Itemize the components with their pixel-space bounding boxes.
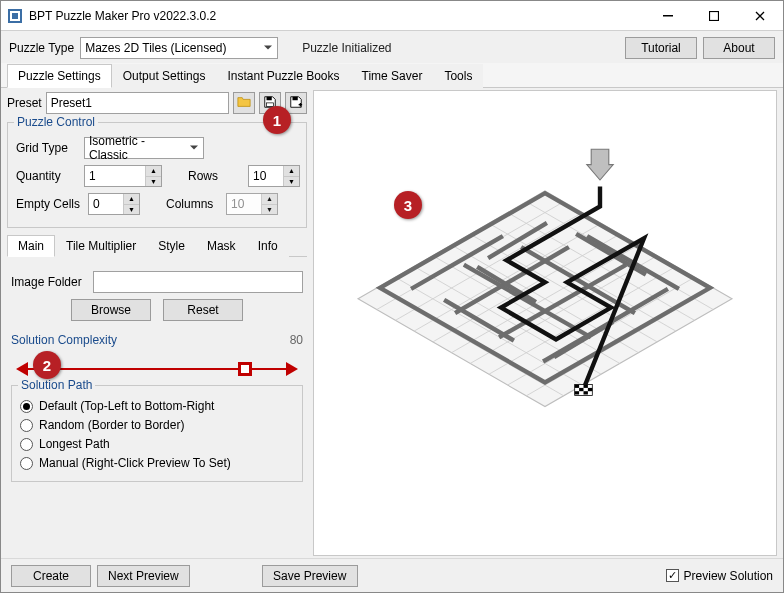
slider-right-arrow-icon	[286, 362, 305, 376]
svg-rect-5	[267, 96, 272, 100]
rows-up[interactable]: ▲	[284, 166, 299, 176]
empty-cells-up[interactable]: ▲	[124, 194, 139, 204]
empty-cells-value: 0	[89, 194, 123, 214]
radio-icon	[20, 457, 33, 470]
svg-marker-27	[587, 149, 613, 180]
window-title: BPT Puzzle Maker Pro v2022.3.0.2	[29, 9, 645, 23]
grid-type-label: Grid Type	[16, 141, 76, 155]
columns-label: Columns	[166, 197, 218, 211]
quantity-up[interactable]: ▲	[146, 166, 161, 176]
svg-rect-33	[575, 391, 579, 394]
save-preview-button[interactable]: Save Preview	[262, 565, 358, 587]
maze-preview	[314, 91, 776, 555]
radio-default-label: Default (Top-Left to Bottom-Right	[39, 399, 214, 413]
rows-down[interactable]: ▼	[284, 176, 299, 187]
open-preset-button[interactable]	[233, 92, 255, 114]
about-button[interactable]: About	[703, 37, 775, 59]
puzzle-type-combo[interactable]: Mazes 2D Tiles (Licensed)	[80, 37, 278, 59]
minimize-button[interactable]	[645, 1, 691, 31]
columns-down[interactable]: ▼	[262, 204, 277, 215]
browse-button[interactable]: Browse	[71, 299, 151, 321]
svg-rect-29	[575, 385, 579, 388]
radio-icon	[20, 438, 33, 451]
image-folder-input[interactable]	[93, 271, 303, 293]
close-button[interactable]	[737, 1, 783, 31]
maximize-button[interactable]	[691, 1, 737, 31]
solution-complexity-label: Solution Complexity	[11, 333, 117, 347]
tab-mask[interactable]: Mask	[196, 235, 247, 257]
callout-2: 2	[33, 351, 61, 379]
app-window: BPT Puzzle Maker Pro v2022.3.0.2 Puzzle …	[0, 0, 784, 593]
columns-up[interactable]: ▲	[262, 194, 277, 204]
svg-rect-7	[293, 96, 298, 100]
callout-1: 1	[263, 106, 291, 134]
quantity-stepper[interactable]: 1 ▲▼	[84, 165, 162, 187]
maze-isometric-icon	[314, 125, 776, 521]
slider-track	[21, 368, 293, 370]
preset-input[interactable]	[46, 92, 229, 114]
create-button[interactable]: Create	[11, 565, 91, 587]
save-plus-icon	[289, 95, 303, 112]
svg-rect-2	[12, 13, 18, 19]
header-row: Puzzle Type Mazes 2D Tiles (Licensed) Pu…	[1, 31, 783, 63]
radio-longest-label: Longest Path	[39, 437, 110, 451]
empty-cells-down[interactable]: ▼	[124, 204, 139, 215]
slider-handle[interactable]	[238, 362, 252, 376]
quantity-label: Quantity	[16, 169, 76, 183]
next-preview-button[interactable]: Next Preview	[97, 565, 190, 587]
puzzle-control-legend: Puzzle Control	[14, 115, 98, 129]
radio-longest[interactable]: Longest Path	[20, 437, 294, 451]
inner-tabstrip: Main Tile Multiplier Style Mask Info	[7, 234, 307, 257]
svg-rect-30	[584, 385, 588, 388]
preview-solution-checkbox[interactable]: ✓ Preview Solution	[666, 569, 773, 583]
tab-info[interactable]: Info	[247, 235, 289, 257]
tab-tools[interactable]: Tools	[433, 64, 483, 88]
titlebar: BPT Puzzle Maker Pro v2022.3.0.2	[1, 1, 783, 31]
bottom-bar: Create Next Preview Save Preview ✓ Previ…	[1, 558, 783, 592]
preset-label: Preset	[7, 96, 42, 110]
main-tabstrip: Puzzle Settings Output Settings Instant …	[1, 63, 783, 88]
radio-icon	[20, 400, 33, 413]
puzzle-type-label: Puzzle Type	[9, 41, 74, 55]
columns-value: 10	[227, 194, 261, 214]
radio-manual-label: Manual (Right-Click Preview To Set)	[39, 456, 231, 470]
image-folder-label: Image Folder	[11, 275, 85, 289]
svg-rect-32	[588, 388, 592, 391]
body: Preset	[1, 88, 783, 558]
tab-tile-multiplier[interactable]: Tile Multiplier	[55, 235, 147, 257]
tab-instant-puzzle-books[interactable]: Instant Puzzle Books	[216, 64, 350, 88]
tab-puzzle-settings[interactable]: Puzzle Settings	[7, 64, 112, 88]
svg-rect-4	[710, 11, 719, 20]
solution-path-legend: Solution Path	[18, 378, 95, 392]
quantity-down[interactable]: ▼	[146, 176, 161, 187]
empty-cells-label: Empty Cells	[16, 197, 80, 211]
grid-type-combo[interactable]: Isometric - Classic	[84, 137, 204, 159]
radio-icon	[20, 419, 33, 432]
columns-stepper[interactable]: 10 ▲▼	[226, 193, 278, 215]
radio-manual[interactable]: Manual (Right-Click Preview To Set)	[20, 456, 294, 470]
left-panel: Preset	[7, 90, 307, 556]
tab-output-settings[interactable]: Output Settings	[112, 64, 217, 88]
svg-rect-3	[663, 15, 673, 17]
svg-rect-34	[584, 391, 588, 394]
tab-time-saver[interactable]: Time Saver	[351, 64, 434, 88]
puzzle-type-value: Mazes 2D Tiles (Licensed)	[85, 41, 226, 55]
radio-default[interactable]: Default (Top-Left to Bottom-Right	[20, 399, 294, 413]
radio-random-label: Random (Border to Border)	[39, 418, 184, 432]
reset-button[interactable]: Reset	[163, 299, 243, 321]
solution-complexity-value: 80	[290, 333, 303, 347]
folder-icon	[237, 95, 251, 112]
save-preset-as-button[interactable]	[285, 92, 307, 114]
tutorial-button[interactable]: Tutorial	[625, 37, 697, 59]
preset-row: Preset	[7, 90, 307, 114]
tab-main[interactable]: Main	[7, 235, 55, 257]
quantity-value: 1	[85, 166, 145, 186]
svg-rect-31	[579, 388, 583, 391]
rows-value: 10	[249, 166, 283, 186]
radio-random[interactable]: Random (Border to Border)	[20, 418, 294, 432]
checkbox-icon: ✓	[666, 569, 679, 582]
tab-style[interactable]: Style	[147, 235, 196, 257]
rows-stepper[interactable]: 10 ▲▼	[248, 165, 300, 187]
empty-cells-stepper[interactable]: 0 ▲▼	[88, 193, 140, 215]
rows-label: Rows	[188, 169, 240, 183]
